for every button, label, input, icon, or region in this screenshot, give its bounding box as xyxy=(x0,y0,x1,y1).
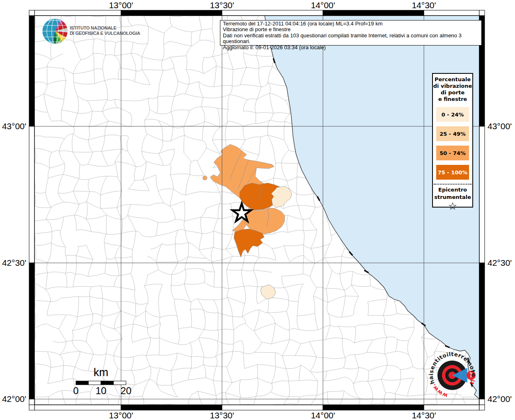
ingv-text-line2: DI GEOFISICA E VULCANOLOGIA xyxy=(70,31,140,36)
longitude-label-bottom: 14°00' xyxy=(311,411,335,420)
scale-bar-tick-label: 0 xyxy=(73,385,78,396)
legend-class-0: 0 - 24% xyxy=(436,107,469,122)
legend-epicenter-label: Epicentro strumentale xyxy=(433,186,472,201)
longitude-label-top: 13°30' xyxy=(210,0,234,10)
legend-divider xyxy=(434,184,472,185)
scale-bar-tick-label: 20 xyxy=(121,385,132,396)
latitude-label-right: 43°00' xyxy=(488,121,512,131)
latitude-label-right: 42°00' xyxy=(488,394,512,404)
title-line-updated: Aggiornato il: 09-01-2026 03:34 (ora loc… xyxy=(223,45,479,50)
longitude-label-top: 13°00' xyxy=(109,0,133,10)
legend-class-3: 75 - 100% xyxy=(436,165,469,180)
legend-title: Percentuale di vibrazione di porte e fin… xyxy=(433,76,472,103)
title-line-source: Dati non verificati estratti da 103 ques… xyxy=(223,33,479,45)
longitude-label-bottom: 14°30' xyxy=(412,411,436,420)
legend-class-list: 0 - 24%25 - 49%50 - 74%75 - 100% xyxy=(433,107,472,180)
map-title-box: Terremoto del 17-12-2011 04:04:16 (ora l… xyxy=(220,20,482,46)
epicenter-star-icon: ☆ xyxy=(433,201,472,212)
legend-title-line: di porte xyxy=(433,89,472,96)
haisentitoilterremoto-logo: ? www.haisentitoilterremoto.it xyxy=(421,345,483,406)
legend-class-1: 25 - 49% xyxy=(436,126,469,141)
ingv-text-line1: ISTITUTO NAZIONALE xyxy=(70,25,140,31)
scale-bar-unit: km xyxy=(94,366,108,379)
legend-title-line: Percentuale xyxy=(433,76,472,83)
ingv-globe-logo xyxy=(39,16,71,46)
scale-bar-tick-label: 10 xyxy=(96,385,107,396)
latitude-label-left: 43°00' xyxy=(1,121,26,131)
legend-title-line: di vibrazione xyxy=(433,83,472,89)
latitude-label-right: 42°30' xyxy=(488,258,512,268)
title-line-event: Terremoto del 17-12-2011 04:04:16 (ora l… xyxy=(223,21,479,27)
legend-class-2: 50 - 74% xyxy=(436,146,469,160)
latitude-label-left: 42°00' xyxy=(1,394,26,404)
title-line-measure: Vibrazione di porte e finestre xyxy=(223,27,479,32)
ingv-logo-text: ISTITUTO NAZIONALE DI GEOFISICA E VULCAN… xyxy=(70,25,140,36)
legend: Percentuale di vibrazione di porte e fin… xyxy=(432,73,473,208)
longitude-label-bottom: 13°00' xyxy=(109,411,133,420)
legend-title-line: e finestre xyxy=(433,96,472,103)
latitude-label-left: 42°30' xyxy=(1,258,26,268)
longitude-label-top: 14°30' xyxy=(412,0,436,10)
longitude-label-top: 14°00' xyxy=(311,0,335,10)
longitude-label-bottom: 13°30' xyxy=(210,411,234,420)
legend-epicenter-line: Epicentro xyxy=(433,186,472,194)
earthquake-intensity-map: km01020 Terremoto del 17-12-2011 04:04:1… xyxy=(0,0,515,420)
